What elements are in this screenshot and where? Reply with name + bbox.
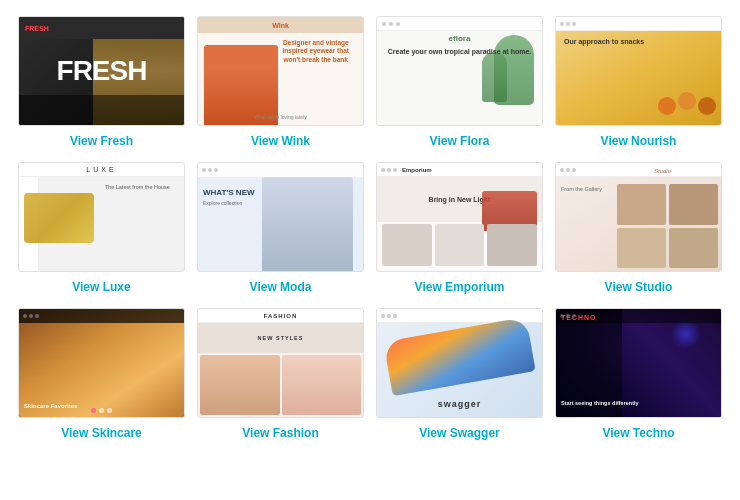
template-item-skincare[interactable]: Skincare Favorites View Skincare	[12, 308, 191, 454]
view-fashion-label[interactable]: View Fashion	[242, 426, 318, 440]
template-item-wink[interactable]: Wink Designer and vintage inspired eyewe…	[191, 16, 370, 162]
template-item-nourish[interactable]: Our approach to snacks View Nourish	[549, 16, 728, 162]
template-thumbnail-moda: WHAT'S NEW Explore collection	[197, 162, 364, 272]
template-item-studio[interactable]: Studio From the Gallery View Studio	[549, 162, 728, 308]
template-thumbnail-nourish: Our approach to snacks	[555, 16, 722, 126]
view-techno-label[interactable]: View Techno	[602, 426, 674, 440]
template-thumbnail-studio: Studio From the Gallery	[555, 162, 722, 272]
template-item-moda[interactable]: WHAT'S NEW Explore collection View Moda	[191, 162, 370, 308]
template-thumbnail-techno: TECHNO Start seeing things differently	[555, 308, 722, 418]
template-item-luxe[interactable]: LUXE The Latest from the House View Luxe	[12, 162, 191, 308]
template-thumbnail-skincare: Skincare Favorites	[18, 308, 185, 418]
template-item-flora[interactable]: eflora Create your own tropical paradise…	[370, 16, 549, 162]
view-flora-label[interactable]: View Flora	[430, 134, 490, 148]
template-thumbnail-swagger: swagger	[376, 308, 543, 418]
template-item-fashion[interactable]: FASHION NEW STYLES NEW STYLES BEST SELLE…	[191, 308, 370, 454]
template-item-techno[interactable]: TECHNO Start seeing things differently V…	[549, 308, 728, 454]
template-thumbnail-emporium: Emporium Bring in New Light	[376, 162, 543, 272]
view-fresh-label[interactable]: View Fresh	[70, 134, 133, 148]
template-thumbnail-wink: Wink Designer and vintage inspired eyewe…	[197, 16, 364, 126]
view-emporium-label[interactable]: View Emporium	[415, 280, 505, 294]
template-thumbnail-fresh: FRESH	[18, 16, 185, 126]
template-item-swagger[interactable]: swagger View Swagger	[370, 308, 549, 454]
template-thumbnail-luxe: LUXE The Latest from the House	[18, 162, 185, 272]
view-moda-label[interactable]: View Moda	[250, 280, 312, 294]
view-luxe-label[interactable]: View Luxe	[72, 280, 130, 294]
view-nourish-label[interactable]: View Nourish	[601, 134, 677, 148]
template-thumbnail-fashion: FASHION NEW STYLES NEW STYLES BEST SELLE…	[197, 308, 364, 418]
view-swagger-label[interactable]: View Swagger	[419, 426, 499, 440]
template-item-emporium[interactable]: Emporium Bring in New Light View Emporiu…	[370, 162, 549, 308]
template-grid: FRESH View Fresh Wink Designer and vinta…	[0, 0, 740, 454]
view-studio-label[interactable]: View Studio	[605, 280, 673, 294]
template-thumbnail-flora: eflora Create your own tropical paradise…	[376, 16, 543, 126]
template-item-fresh[interactable]: FRESH View Fresh	[12, 16, 191, 162]
view-skincare-label[interactable]: View Skincare	[61, 426, 142, 440]
view-wink-label[interactable]: View Wink	[251, 134, 310, 148]
